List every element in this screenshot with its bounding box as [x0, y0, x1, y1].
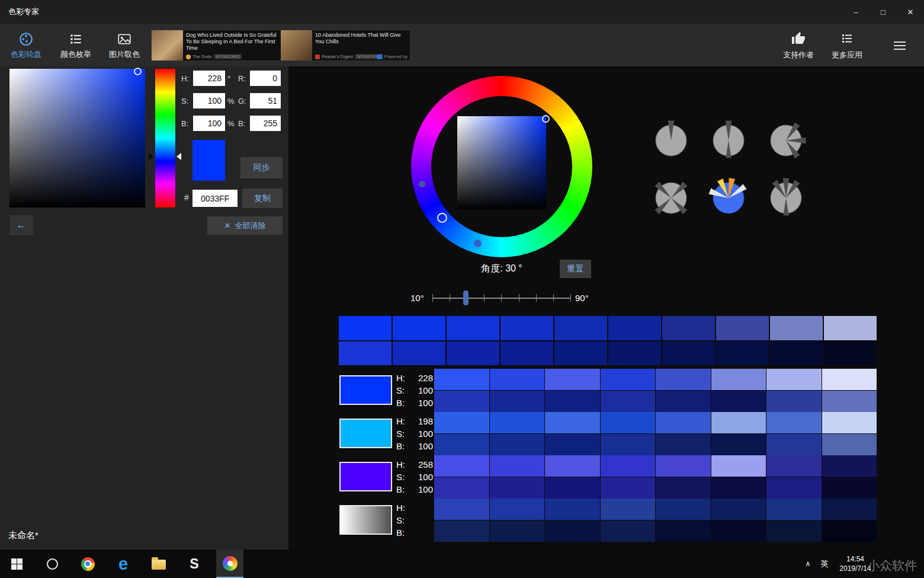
palette-cell[interactable] [711, 477, 766, 499]
wheel-sb-handle[interactable] [542, 115, 550, 123]
palette-cell[interactable] [766, 412, 822, 433]
palette-cell[interactable] [545, 499, 600, 520]
search-button[interactable] [38, 550, 66, 578]
tab-image-picker[interactable]: 图片取色 [101, 28, 148, 63]
palette-cell[interactable] [434, 477, 489, 499]
h-input[interactable] [193, 71, 225, 86]
palette-cell[interactable] [490, 369, 545, 390]
palette-cell[interactable] [711, 434, 766, 455]
palette-swatch[interactable] [339, 462, 392, 491]
palette-cell[interactable] [490, 455, 545, 477]
shade-cell[interactable] [770, 341, 823, 366]
wheel-harmony-dot-198[interactable] [474, 239, 482, 247]
more-apps-button[interactable]: 更多应用 [824, 28, 870, 63]
shade-cell[interactable] [770, 316, 823, 340]
palette-cell[interactable] [656, 391, 711, 412]
shade-cell[interactable] [339, 341, 392, 366]
clear-all-button[interactable]: ✕ 全部清除 [207, 216, 283, 235]
start-button[interactable] [3, 550, 30, 578]
palette-cell[interactable] [545, 391, 600, 412]
palette-cell[interactable] [601, 455, 656, 477]
b-input[interactable] [193, 116, 225, 131]
shade-cell[interactable] [716, 316, 769, 340]
shade-cell[interactable] [447, 341, 499, 366]
palette-cell[interactable] [822, 412, 877, 433]
palette-cell[interactable] [822, 499, 877, 520]
wheel-harmony-dot-258[interactable] [419, 181, 425, 187]
shade-cell[interactable] [500, 341, 553, 366]
palette-cell[interactable] [434, 455, 489, 477]
shade-cell[interactable] [662, 316, 715, 340]
palette-cell[interactable] [490, 499, 545, 520]
palette-cell[interactable] [490, 477, 545, 499]
tab-color-wheel[interactable]: 色彩轮盘 [2, 28, 50, 63]
palette-cell[interactable] [711, 499, 766, 520]
snipaste-taskbar-button[interactable]: S [181, 550, 208, 578]
wheel-sb-square[interactable] [457, 116, 546, 209]
palette-cell[interactable] [766, 499, 822, 520]
g-input[interactable] [250, 93, 281, 108]
palette-cell[interactable] [545, 369, 600, 390]
palette-cell[interactable] [656, 499, 711, 520]
shade-cell[interactable] [554, 316, 607, 340]
palette-cell[interactable] [434, 369, 489, 390]
palette-cell[interactable] [601, 412, 656, 433]
ad-card[interactable]: Dog Who Lived Outside Is So Grateful To … [152, 30, 281, 60]
minimize-button[interactable]: – [842, 0, 870, 24]
palette-cell[interactable] [766, 369, 822, 390]
shade-cell[interactable] [608, 341, 661, 366]
palette-cell[interactable] [545, 455, 600, 477]
palette-cell[interactable] [601, 391, 656, 412]
palette-cell[interactable] [490, 434, 545, 455]
tray-expand-button[interactable]: ∧ [801, 550, 815, 578]
harmony-complementary-icon[interactable] [710, 120, 747, 157]
shade-cell[interactable] [662, 341, 715, 366]
shade-cell[interactable] [500, 316, 553, 340]
support-author-button[interactable]: 支持作者 [776, 28, 821, 63]
palette-cell[interactable] [822, 520, 877, 542]
palette-cell[interactable] [822, 369, 877, 390]
palette-cell[interactable] [490, 412, 545, 433]
palette-cell[interactable] [711, 455, 766, 477]
palette-cell[interactable] [434, 412, 489, 433]
palette-cell[interactable] [656, 434, 711, 455]
palette-cell[interactable] [601, 369, 656, 390]
palette-cell[interactable] [766, 455, 822, 477]
maximize-button[interactable]: □ [870, 0, 897, 24]
harmony-custom-icon-selected[interactable] [710, 178, 747, 215]
saturation-brightness-square[interactable] [9, 69, 145, 207]
palette-cell[interactable] [656, 477, 711, 499]
palette-cell[interactable] [656, 455, 711, 477]
palette-cell[interactable] [766, 434, 822, 455]
chrome-taskbar-button[interactable] [74, 550, 101, 578]
palette-cell[interactable] [766, 520, 822, 542]
palette-swatch[interactable] [339, 419, 392, 448]
palette-cell[interactable] [711, 391, 766, 412]
palette-cell[interactable] [656, 369, 711, 390]
palette-cell[interactable] [766, 391, 822, 412]
r-input[interactable] [250, 71, 281, 86]
palette-cell[interactable] [822, 434, 877, 455]
wheel-hue-handle[interactable] [437, 213, 447, 223]
palette-cell[interactable] [656, 520, 711, 542]
angle-slider-handle[interactable] [463, 290, 469, 305]
shade-cell[interactable] [608, 316, 661, 340]
shade-cell[interactable] [339, 316, 392, 340]
b2-input[interactable] [250, 116, 281, 131]
close-button[interactable]: ✕ [897, 0, 924, 24]
explorer-taskbar-button[interactable] [145, 550, 172, 578]
palette-cell[interactable] [434, 520, 489, 542]
palette-cell[interactable] [601, 499, 656, 520]
palette-cell[interactable] [434, 391, 489, 412]
palette-cell[interactable] [822, 391, 877, 412]
palette-cell[interactable] [490, 391, 545, 412]
palette-cell[interactable] [601, 434, 656, 455]
palette-cell[interactable] [545, 434, 600, 455]
sb-selector-handle[interactable] [134, 68, 142, 75]
palette-cell[interactable] [822, 477, 877, 499]
palette-cell[interactable] [434, 434, 489, 455]
edge-taskbar-button[interactable]: e [110, 550, 137, 578]
shade-cell[interactable] [447, 316, 499, 340]
s-input[interactable] [193, 93, 225, 108]
palette-cell[interactable] [711, 369, 766, 390]
